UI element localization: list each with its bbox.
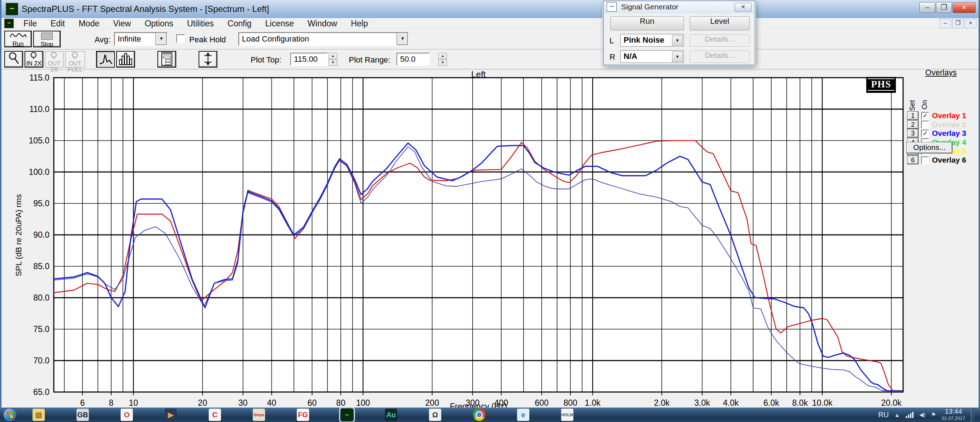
opera-icon[interactable]: O (121, 409, 133, 421)
chrome-icon[interactable] (473, 409, 485, 421)
fg-app-icon[interactable]: FG (297, 409, 309, 421)
action-center-icon[interactable]: ⚑ (931, 411, 935, 418)
show-hidden-icons-icon[interactable]: ▲ (894, 412, 900, 418)
menu-item-window[interactable]: Window (301, 19, 344, 29)
spectraplus-window: ~ SpectraPLUS - FFT Spectral Analysis Sy… (0, 0, 980, 408)
omega-icon[interactable]: Ω (429, 409, 441, 421)
menu-item-utilities[interactable]: Utilities (180, 19, 221, 29)
dialog-close-icon[interactable]: ✕ (735, 3, 752, 11)
steps-icon[interactable]: Steps (253, 409, 265, 421)
language-indicator[interactable]: RU (878, 411, 889, 419)
spin-down-icon[interactable]: ▼ (438, 59, 447, 66)
svg-text:105.0: 105.0 (29, 136, 49, 145)
svg-text:80.0: 80.0 (33, 293, 49, 303)
chevron-down-icon[interactable]: ▼ (672, 51, 683, 62)
plot-range-label: Plot Range: (349, 55, 390, 65)
overlay-on-checkbox-1[interactable]: ✓ (921, 112, 929, 119)
display-settings-button[interactable] (158, 51, 176, 68)
overlay-on-checkbox-6[interactable] (921, 156, 929, 164)
svg-text:90.0: 90.0 (33, 230, 49, 240)
plot-top-label: Plot Top: (251, 55, 281, 65)
clock[interactable]: 13:44 01.07.2017 (942, 408, 965, 422)
svg-text:100.0: 100.0 (29, 167, 49, 177)
mdi-child-icon: ~ (4, 19, 14, 28)
y-axis-label: SPL (dB re 20uPA) rms (14, 163, 24, 307)
peak-hold-checkbox[interactable] (176, 34, 185, 43)
signal-generator-titlebar[interactable]: ∼ Signal Generator ✕ (604, 1, 755, 13)
run-button[interactable]: Run (4, 31, 32, 47)
menu-item-license[interactable]: License (259, 19, 301, 29)
zoom-out-full-button[interactable]: OUT FULL (65, 51, 85, 68)
menu-bar: ~ FileEditModeViewOptionsUtilitiesConfig… (2, 18, 978, 29)
plot-top-spinner[interactable]: ▲▼ (329, 53, 337, 66)
settings-panel-icon (160, 52, 173, 66)
overlays-options-button[interactable]: Options... (906, 142, 953, 154)
menu-item-help[interactable]: Help (344, 19, 375, 29)
left-signal-combobox[interactable]: Pink Noise ▼ (620, 34, 684, 46)
maximize-button[interactable]: ❐ (936, 2, 952, 13)
menu-item-file[interactable]: File (17, 19, 44, 29)
zoom-out-2x-button[interactable]: OUT 2X (45, 51, 64, 68)
overlay-set-button-2[interactable]: 2 (907, 120, 919, 129)
overlay-set-button-1[interactable]: 1 (907, 111, 919, 120)
right-details-button[interactable]: Details... (690, 51, 749, 63)
overlay-on-checkbox-2[interactable] (921, 121, 929, 128)
magnifier-icon (72, 52, 79, 59)
minimize-button[interactable]: – (920, 2, 935, 13)
generator-run-button[interactable]: Run (610, 16, 684, 30)
zoom-button[interactable] (4, 51, 23, 68)
right-signal-combobox[interactable]: N/A ▼ (620, 50, 684, 63)
overlay-set-button-3[interactable]: 3 (907, 129, 919, 138)
svg-text:110.0: 110.0 (29, 104, 49, 114)
menu-item-view[interactable]: View (106, 19, 138, 29)
plot-top-field[interactable]: 115.00 (290, 53, 328, 66)
overlay-set-button-6[interactable]: 6 (907, 156, 919, 164)
svg-text:70.0: 70.0 (33, 356, 49, 365)
gb-drive-icon[interactable]: GB (76, 409, 89, 421)
menu-item-mode[interactable]: Mode (72, 19, 107, 29)
start-button[interactable] (3, 409, 16, 421)
sine-wave-icon (10, 32, 26, 39)
svg-text:75.0: 75.0 (33, 325, 49, 334)
holm-impulse-icon[interactable]: HOLM (561, 409, 573, 421)
spectrum-view-button[interactable] (96, 51, 115, 68)
chevron-down-icon[interactable]: ▼ (396, 33, 408, 45)
plot-range-field[interactable]: 50.0 (396, 53, 430, 66)
overlay-on-checkbox-3[interactable]: ✓ (921, 130, 929, 137)
scale-range-button[interactable] (199, 51, 217, 68)
plot-channel-title: Left (54, 69, 903, 80)
plot-range-spinner[interactable]: ▲▼ (438, 53, 447, 66)
left-details-button[interactable]: Details... (690, 34, 749, 46)
mdi-minimize-button[interactable]: – (940, 19, 951, 28)
media-player-icon[interactable]: ▶ (165, 409, 177, 421)
chevron-down-icon[interactable]: ▼ (672, 35, 683, 46)
show-desktop-button[interactable] (971, 408, 975, 422)
menu-item-edit[interactable]: Edit (44, 19, 72, 29)
mdi-restore-button[interactable]: ❐ (952, 19, 964, 28)
explorer-icon[interactable]: ▤ (32, 409, 45, 421)
system-tray: RU ▲ ◀) ⚑ 13:44 01.07.2017 (878, 408, 975, 422)
svg-text:85.0: 85.0 (33, 261, 49, 271)
menu-item-config[interactable]: Config (221, 19, 258, 29)
audition-icon[interactable]: Au (385, 409, 397, 421)
bar-view-button[interactable] (116, 51, 135, 68)
menu-item-options[interactable]: Options (138, 19, 180, 29)
generator-level-button[interactable]: Level (690, 16, 749, 30)
spin-down-icon[interactable]: ▼ (329, 59, 337, 66)
refresh-app-icon[interactable]: C (209, 409, 221, 421)
spectraplus-icon[interactable]: ~ (341, 409, 353, 421)
zoom-in-2x-button[interactable]: IN 2X (25, 51, 43, 68)
close-button[interactable]: × (953, 2, 976, 13)
network-icon[interactable] (905, 411, 913, 418)
spin-up-icon[interactable]: ▲ (329, 53, 337, 59)
internet-explorer-icon[interactable]: e (517, 409, 529, 421)
left-channel-label: L (609, 36, 614, 46)
avg-combobox[interactable]: Infinite ▼ (114, 32, 167, 46)
load-configuration-combobox[interactable]: Load Configuration ▼ (238, 32, 409, 46)
spin-up-icon[interactable]: ▲ (438, 53, 447, 59)
stop-button[interactable]: Stop (33, 31, 60, 47)
mdi-close-button[interactable]: × (965, 19, 977, 28)
overlay-label-6: Overlay 6 (932, 156, 966, 164)
chevron-down-icon[interactable]: ▼ (155, 33, 167, 45)
volume-icon[interactable]: ◀) (920, 411, 926, 418)
